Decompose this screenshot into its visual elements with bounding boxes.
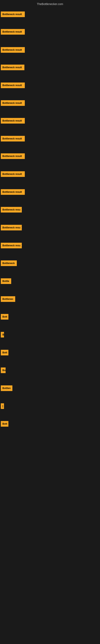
site-title: TheBottlenecker.com: [0, 1, 100, 7]
bottleneck-bar-1: Bottleneck result: [1, 12, 25, 17]
bottleneck-bar-20: Bott: [1, 350, 8, 356]
bottleneck-bar-22: Bottlen: [1, 386, 12, 391]
page-wrapper: TheBottlenecker.com Bottleneck resultBot…: [0, 0, 100, 644]
bottleneck-bar-4: Bottleneck result: [1, 64, 24, 70]
bottleneck-bar-11: Bottleneck result: [1, 189, 25, 195]
bottleneck-bar-23: |: [1, 403, 4, 409]
bottleneck-bar-16: Bottle: [1, 278, 11, 284]
bottleneck-bar-5: Bottleneck result: [1, 82, 25, 88]
bottleneck-bar-10: Bottleneck result: [1, 171, 25, 177]
bottleneck-bar-15: Bottleneck: [1, 260, 17, 266]
bottleneck-bar-6: Bottleneck result: [1, 100, 25, 106]
bottleneck-bar-17: Bottlenec: [1, 296, 15, 302]
bottleneck-bar-12: Bottleneck resu: [1, 207, 22, 212]
bottleneck-bar-9: Bottleneck result: [1, 153, 25, 159]
bottleneck-bar-3: Bottleneck result: [1, 47, 25, 53]
bottleneck-bar-8: Bottleneck result: [1, 136, 25, 142]
bottleneck-bar-19: B: [1, 332, 4, 338]
bottleneck-bar-14: Bottleneck resu: [1, 243, 22, 248]
bottleneck-bar-24: Bott: [1, 421, 8, 427]
bottleneck-bar-18: Bott: [1, 314, 8, 320]
bottleneck-bar-21: Bo: [1, 368, 6, 373]
bottleneck-bar-2: Bottleneck result: [1, 29, 25, 34]
bottleneck-bar-13: Bottleneck resu: [1, 225, 22, 230]
bottleneck-bar-7: Bottleneck result: [1, 118, 25, 124]
